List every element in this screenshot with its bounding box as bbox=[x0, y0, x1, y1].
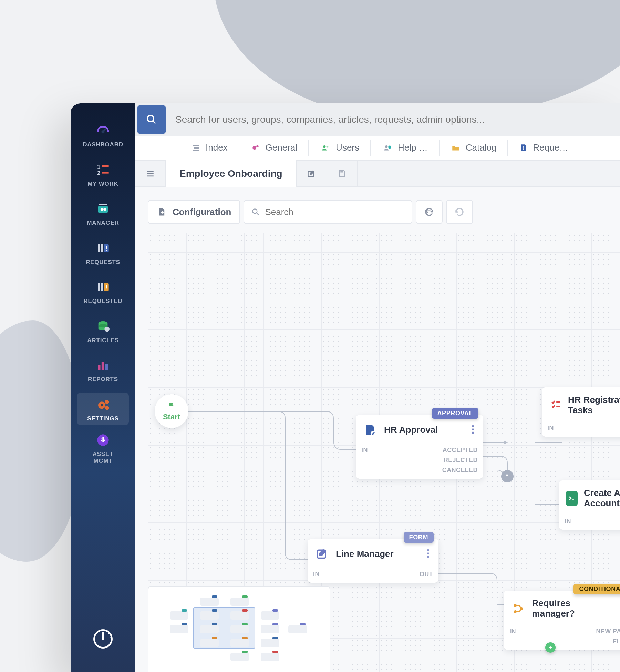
svg-rect-21 bbox=[98, 365, 101, 370]
ribbon-label: Catalog bbox=[466, 142, 497, 153]
flag-icon bbox=[166, 401, 177, 411]
flag-small-icon bbox=[504, 473, 510, 479]
edit-button[interactable] bbox=[297, 160, 327, 187]
port-in[interactable]: IN bbox=[565, 516, 571, 526]
minimap-node bbox=[200, 611, 219, 620]
add-path-button[interactable]: + bbox=[545, 642, 556, 653]
start-label: Start bbox=[163, 413, 180, 421]
search-icon bbox=[251, 207, 260, 216]
hamburger-icon bbox=[145, 169, 155, 178]
minimap-node bbox=[170, 625, 188, 633]
node-hr-approval[interactable]: APPROVAL HR Approval IN ACCEPTED REJECTE… bbox=[356, 415, 483, 479]
ribbon-item-users[interactable]: Users bbox=[308, 140, 370, 156]
configuration-button[interactable]: Configuration bbox=[148, 200, 240, 224]
workflow-canvas[interactable]: Configuration bbox=[135, 187, 620, 672]
search-button[interactable] bbox=[137, 105, 166, 134]
svg-rect-22 bbox=[102, 362, 104, 370]
pencil-square-icon bbox=[307, 169, 317, 179]
conditional-badge: CONDITIONAL bbox=[574, 584, 620, 594]
svg-point-37 bbox=[256, 145, 259, 147]
branch-icon bbox=[511, 601, 526, 616]
canvas-search-input[interactable] bbox=[265, 207, 405, 217]
node-menu-button[interactable] bbox=[469, 424, 476, 437]
sidebar-item-requests[interactable]: ! REQUESTS bbox=[77, 236, 129, 269]
global-search-input[interactable] bbox=[166, 103, 620, 136]
svg-point-36 bbox=[252, 146, 256, 150]
node-start[interactable]: Start bbox=[155, 394, 188, 428]
node-menu-button[interactable] bbox=[425, 548, 432, 561]
save-button[interactable] bbox=[327, 160, 358, 187]
canceled-flag-dot[interactable] bbox=[501, 470, 514, 482]
sidebar-item-manager[interactable]: MANAGER bbox=[77, 197, 129, 230]
node-line-manager[interactable]: FORM Line Manager IN OUT bbox=[308, 539, 438, 583]
svg-point-51 bbox=[472, 425, 474, 427]
minimap-node bbox=[200, 639, 219, 647]
ribbon-item-general[interactable]: General bbox=[239, 140, 309, 156]
port-new-path[interactable]: NEW PATH bbox=[596, 627, 620, 637]
ribbon-label: Help … bbox=[398, 142, 428, 153]
svg-rect-43 bbox=[147, 171, 154, 172]
svg-point-53 bbox=[472, 432, 474, 434]
ribbon-item-help[interactable]: Help … bbox=[370, 140, 439, 156]
document-alert-icon: ! bbox=[519, 143, 528, 153]
port-rejected[interactable]: REJECTED bbox=[442, 455, 478, 465]
ribbon-item-index[interactable]: Index bbox=[180, 140, 239, 156]
ribbon-item-requests[interactable]: ! Reque… bbox=[507, 140, 579, 156]
port-in[interactable]: IN bbox=[547, 423, 554, 433]
minimap-node bbox=[261, 653, 279, 661]
sidebar-item-articles[interactable]: i ARTICLES bbox=[77, 314, 129, 347]
hamburger-button[interactable] bbox=[135, 160, 166, 187]
svg-text:i: i bbox=[106, 327, 107, 332]
gears-icon bbox=[94, 397, 112, 412]
node-requires-manager[interactable]: CONDITIONAL Requires manager? IN NEW PAT… bbox=[504, 591, 620, 650]
minimap-node bbox=[288, 625, 307, 633]
svg-rect-10 bbox=[101, 244, 103, 252]
sidebar-item-requested[interactable]: ! REQUESTED bbox=[77, 275, 129, 308]
svg-rect-9 bbox=[98, 244, 100, 252]
svg-point-48 bbox=[253, 209, 257, 213]
sidebar-label: ASSET MGMT bbox=[93, 451, 114, 464]
page-title-pill: Employee Onboarding bbox=[166, 160, 297, 187]
redo-button[interactable] bbox=[446, 200, 473, 224]
port-accepted[interactable]: ACCEPTED bbox=[442, 445, 478, 455]
svg-rect-23 bbox=[105, 364, 108, 370]
minimap-node bbox=[230, 639, 249, 647]
ribbon-item-catalog[interactable]: Catalog bbox=[439, 140, 508, 156]
svg-point-8 bbox=[103, 208, 106, 211]
sidebar-label: ARTICLES bbox=[87, 337, 118, 344]
minimap-node bbox=[230, 625, 249, 633]
svg-rect-33 bbox=[193, 145, 199, 146]
ribbon-label: Users bbox=[336, 142, 359, 153]
decorative-blob-top bbox=[214, 0, 620, 121]
save-icon bbox=[337, 169, 347, 179]
sidebar-label: SETTINGS bbox=[87, 415, 118, 422]
sidebar-item-dashboard[interactable]: DASHBOARD bbox=[77, 119, 129, 152]
svg-rect-59 bbox=[556, 406, 560, 407]
svg-rect-44 bbox=[147, 173, 154, 174]
sidebar-item-my-work[interactable]: 12 MY WORK bbox=[77, 158, 129, 191]
node-create-azure-account[interactable]: Create Azure Account IN bbox=[559, 480, 620, 530]
port-else[interactable]: ELSE bbox=[596, 637, 620, 646]
port-canceled[interactable]: CANCELED bbox=[442, 465, 478, 475]
node-title: Line Manager bbox=[336, 549, 394, 559]
svg-text:!: ! bbox=[105, 284, 107, 291]
sidebar-item-asset-mgmt[interactable]: ASSET MGMT bbox=[77, 431, 129, 468]
svg-rect-34 bbox=[194, 147, 199, 148]
sidebar: DASHBOARD 12 MY WORK MANAGER ! REQUESTS … bbox=[71, 103, 135, 672]
manager-icon bbox=[94, 202, 112, 216]
svg-point-26 bbox=[105, 400, 109, 404]
port-in[interactable]: IN bbox=[313, 569, 320, 579]
approval-badge: APPROVAL bbox=[432, 408, 478, 419]
sidebar-item-reports[interactable]: REPORTS bbox=[77, 353, 129, 386]
node-hr-registration-tasks[interactable]: HR Registration Tasks IN bbox=[542, 387, 620, 437]
undo-button[interactable] bbox=[416, 200, 443, 224]
port-in[interactable]: IN bbox=[361, 445, 368, 455]
main-area: Index General Users Help … Catalog ! Req… bbox=[135, 103, 620, 672]
app-window: DASHBOARD 12 MY WORK MANAGER ! REQUESTS … bbox=[71, 103, 620, 672]
sidebar-item-settings[interactable]: SETTINGS bbox=[77, 393, 129, 426]
port-out[interactable]: OUT bbox=[420, 569, 433, 579]
port-in[interactable]: IN bbox=[509, 627, 516, 637]
minimap[interactable] bbox=[148, 586, 330, 672]
configuration-label: Configuration bbox=[173, 207, 231, 217]
checklist-icon bbox=[549, 398, 562, 413]
